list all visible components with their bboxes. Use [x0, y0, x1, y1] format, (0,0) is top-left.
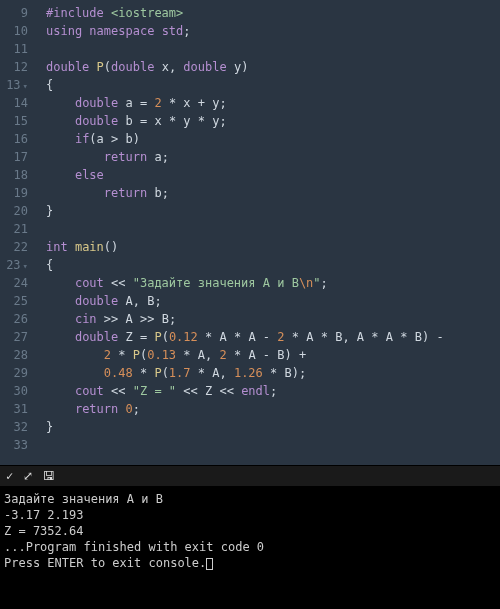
code-line[interactable]: double Z = P(0.12 * A * A - 2 * A * B, A… — [46, 328, 500, 346]
code-line[interactable]: return a; — [46, 148, 500, 166]
line-number: 19 — [0, 184, 28, 202]
code-line[interactable]: { — [46, 76, 500, 94]
line-number: 22 — [0, 238, 28, 256]
code-line[interactable]: else — [46, 166, 500, 184]
save-icon[interactable]: 🖫 — [43, 469, 55, 483]
line-number: 31 — [0, 400, 28, 418]
code-line[interactable]: cin >> A >> B; — [46, 310, 500, 328]
code-line[interactable] — [46, 436, 500, 454]
code-line[interactable]: double P(double x, double y) — [46, 58, 500, 76]
code-line[interactable]: double a = 2 * x + y; — [46, 94, 500, 112]
line-number: 10 — [0, 22, 28, 40]
line-number: 13 — [0, 76, 28, 94]
line-number: 33 — [0, 436, 28, 454]
console-output[interactable]: Задайте значения A и B-3.17 2.193Z = 735… — [0, 487, 500, 609]
line-number: 30 — [0, 382, 28, 400]
expand-icon[interactable]: ⤢ — [23, 469, 33, 483]
console-line: Press ENTER to exit console. — [4, 555, 496, 571]
line-number: 11 — [0, 40, 28, 58]
code-line[interactable] — [46, 220, 500, 238]
line-number: 16 — [0, 130, 28, 148]
code-line[interactable] — [46, 40, 500, 58]
console-cursor — [206, 558, 213, 570]
line-number: 29 — [0, 364, 28, 382]
line-number: 25 — [0, 292, 28, 310]
line-number: 26 — [0, 310, 28, 328]
line-number: 27 — [0, 328, 28, 346]
line-number: 21 — [0, 220, 28, 238]
line-number: 18 — [0, 166, 28, 184]
code-line[interactable]: double b = x * y * y; — [46, 112, 500, 130]
code-line[interactable]: int main() — [46, 238, 500, 256]
code-line[interactable]: } — [46, 418, 500, 436]
code-line[interactable]: return 0; — [46, 400, 500, 418]
code-line[interactable]: } — [46, 202, 500, 220]
line-number: 24 — [0, 274, 28, 292]
line-number: 20 — [0, 202, 28, 220]
code-line[interactable]: 0.48 * P(1.7 * A, 1.26 * B); — [46, 364, 500, 382]
code-line[interactable]: if(a > b) — [46, 130, 500, 148]
code-line[interactable]: double A, B; — [46, 292, 500, 310]
line-gutter: 9101112131415161718192021222324252627282… — [0, 0, 34, 465]
code-line[interactable]: { — [46, 256, 500, 274]
console-line: Z = 7352.64 — [4, 523, 496, 539]
code-line[interactable]: cout << "Z = " << Z << endl; — [46, 382, 500, 400]
line-number: 12 — [0, 58, 28, 76]
line-number: 9 — [0, 4, 28, 22]
line-number: 28 — [0, 346, 28, 364]
line-number: 15 — [0, 112, 28, 130]
check-icon[interactable]: ✓ — [6, 469, 13, 483]
line-number: 17 — [0, 148, 28, 166]
console-toolbar: ✓⤢🖫 — [0, 465, 500, 487]
code-line[interactable]: cout << "Задайте значения A и B\n"; — [46, 274, 500, 292]
code-editor[interactable]: 9101112131415161718192021222324252627282… — [0, 0, 500, 465]
code-line[interactable]: #include <iostream> — [46, 4, 500, 22]
console-line: ...Program finished with exit code 0 — [4, 539, 496, 555]
code-area[interactable]: #include <iostream>using namespace std;d… — [34, 0, 500, 465]
code-line[interactable]: 2 * P(0.13 * A, 2 * A - B) + — [46, 346, 500, 364]
console-line: -3.17 2.193 — [4, 507, 496, 523]
console-line: Задайте значения A и B — [4, 491, 496, 507]
code-line[interactable]: using namespace std; — [46, 22, 500, 40]
code-line[interactable]: return b; — [46, 184, 500, 202]
line-number: 32 — [0, 418, 28, 436]
line-number: 14 — [0, 94, 28, 112]
line-number: 23 — [0, 256, 28, 274]
